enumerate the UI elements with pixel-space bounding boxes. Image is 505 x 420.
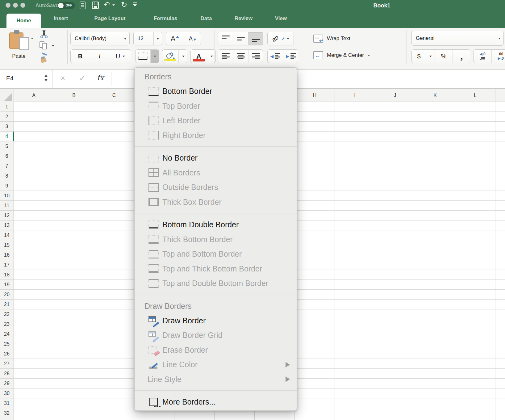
cell[interactable] (14, 329, 54, 339)
cell[interactable] (375, 369, 415, 379)
cell[interactable] (415, 359, 455, 369)
cell[interactable] (295, 102, 335, 112)
cell[interactable] (415, 220, 455, 230)
cell[interactable] (335, 339, 375, 349)
cell[interactable] (495, 339, 505, 349)
cell[interactable] (14, 418, 54, 420)
cell[interactable] (495, 270, 505, 280)
top-align-button[interactable] (218, 32, 233, 45)
cell[interactable] (415, 388, 455, 398)
cell[interactable] (14, 290, 54, 300)
cell[interactable] (295, 211, 335, 220)
cell[interactable] (375, 171, 415, 181)
cell[interactable] (54, 201, 94, 211)
cell[interactable] (54, 388, 94, 398)
cell[interactable] (295, 369, 335, 379)
cell[interactable] (54, 319, 94, 329)
tab-formulas[interactable]: Formulas (154, 15, 177, 22)
cell[interactable] (495, 398, 505, 408)
cell[interactable] (295, 359, 335, 369)
row-header[interactable]: 18 (0, 270, 14, 280)
cell[interactable] (375, 280, 415, 290)
cell[interactable] (455, 260, 495, 270)
menu-item-bottom-border[interactable]: Bottom Border (135, 84, 297, 99)
paste-button[interactable]: Paste (9, 30, 29, 60)
cell[interactable] (375, 319, 415, 329)
row-header-selected[interactable]: 4 (0, 132, 14, 141)
merge-center-button[interactable]: ↔ Merge & Center (313, 51, 370, 59)
cell[interactable] (415, 250, 455, 260)
cell[interactable] (455, 349, 495, 359)
cell[interactable] (335, 191, 375, 201)
cell[interactable] (375, 349, 415, 359)
grow-font-button[interactable]: A (166, 32, 184, 45)
cell[interactable] (14, 191, 54, 201)
cell[interactable] (14, 250, 54, 260)
cell[interactable] (14, 171, 54, 181)
cut-icon[interactable] (39, 30, 49, 40)
row-header[interactable]: 3 (0, 122, 14, 132)
row-header[interactable]: 24 (0, 329, 14, 339)
cell[interactable] (375, 339, 415, 349)
cell[interactable] (295, 388, 335, 398)
cell[interactable] (375, 329, 415, 339)
cell[interactable] (94, 398, 134, 408)
cell[interactable] (415, 379, 455, 388)
autosave-toggle[interactable]: OFF (57, 2, 75, 9)
number-format-select[interactable]: General (411, 31, 504, 46)
cell[interactable] (94, 280, 134, 290)
cell[interactable] (335, 171, 375, 181)
cell[interactable] (54, 398, 94, 408)
cell[interactable] (94, 369, 134, 379)
cell[interactable] (54, 309, 94, 319)
cell[interactable] (94, 191, 134, 201)
cell[interactable] (375, 290, 415, 300)
row-header[interactable]: 28 (0, 369, 14, 379)
cell[interactable] (54, 240, 94, 250)
cell[interactable] (415, 102, 455, 112)
underline-button[interactable]: U (109, 50, 131, 63)
cell[interactable] (415, 408, 455, 418)
cell[interactable] (54, 112, 94, 122)
row-header[interactable]: 26 (0, 349, 14, 359)
cell[interactable] (455, 250, 495, 260)
cell[interactable] (215, 418, 255, 420)
new-document-icon[interactable] (80, 2, 86, 9)
cell[interactable] (295, 349, 335, 359)
cell[interactable] (335, 300, 375, 309)
menu-item-bottom-double-border[interactable]: Bottom Double Border (135, 217, 297, 232)
currency-style-button[interactable]: $ (412, 50, 426, 63)
cell[interactable] (495, 240, 505, 250)
menu-item-line-color[interactable]: Line Color (135, 357, 297, 372)
cell[interactable] (495, 388, 505, 398)
cell[interactable] (455, 388, 495, 398)
cell[interactable] (375, 141, 415, 151)
cell[interactable] (375, 250, 415, 260)
row-header[interactable]: 11 (0, 201, 14, 211)
cell[interactable] (295, 191, 335, 201)
cell[interactable] (14, 181, 54, 191)
cell[interactable] (14, 132, 54, 141)
cell[interactable] (375, 240, 415, 250)
cell[interactable] (14, 300, 54, 309)
menu-item-left-border[interactable]: Left Border (135, 113, 297, 128)
cell[interactable] (455, 102, 495, 112)
column-header[interactable]: A (14, 89, 54, 102)
cell[interactable] (295, 181, 335, 191)
cell[interactable] (14, 220, 54, 230)
cell[interactable] (14, 388, 54, 398)
row-header[interactable]: 10 (0, 191, 14, 201)
cell[interactable] (94, 418, 134, 420)
cell[interactable] (335, 290, 375, 300)
chevron-down-icon[interactable] (153, 32, 162, 45)
cell[interactable] (335, 240, 375, 250)
tab-review[interactable]: Review (235, 15, 253, 22)
row-header[interactable]: 9 (0, 181, 14, 191)
cell[interactable] (415, 339, 455, 349)
shrink-font-button[interactable]: A (184, 32, 201, 45)
cell[interactable] (295, 260, 335, 270)
cell[interactable] (375, 408, 415, 418)
cell[interactable] (295, 290, 335, 300)
copy-dropdown-icon[interactable] (52, 45, 54, 47)
name-box-stepper[interactable] (44, 75, 48, 81)
